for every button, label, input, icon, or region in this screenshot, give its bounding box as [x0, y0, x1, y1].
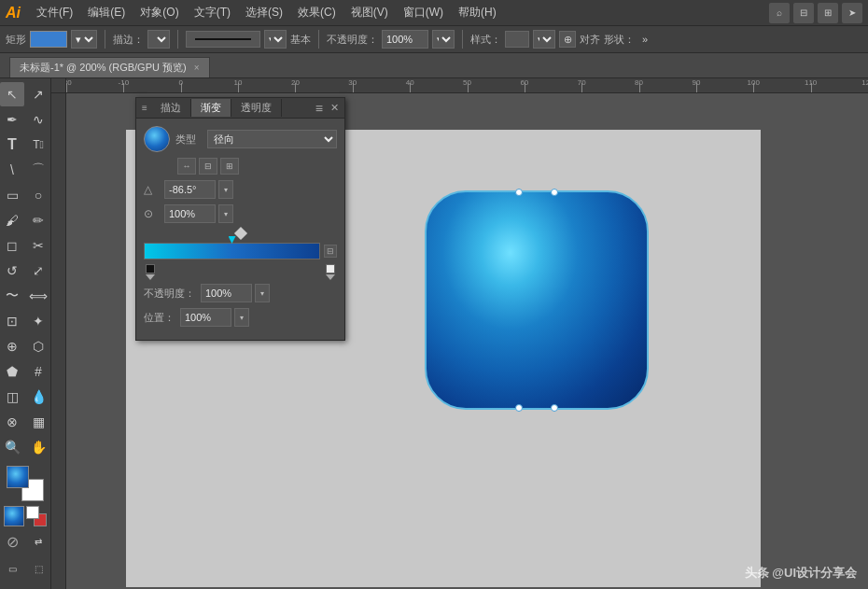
- stroke-swatch[interactable]: [26, 506, 47, 526]
- gradient-swatch[interactable]: [4, 506, 24, 526]
- swap-colors[interactable]: ⇄: [26, 529, 50, 554]
- stroke-preview[interactable]: [186, 31, 260, 48]
- area-type-tool[interactable]: T⃝: [26, 133, 50, 157]
- foreground-color-swatch[interactable]: [7, 466, 29, 488]
- angle-input[interactable]: [164, 180, 216, 199]
- arrow-icon[interactable]: ➤: [842, 3, 862, 23]
- menu-window[interactable]: 窗口(W): [397, 3, 450, 22]
- scale-input[interactable]: [164, 204, 216, 223]
- menu-effect[interactable]: 效果(C): [291, 3, 343, 22]
- gradient-preview[interactable]: [144, 126, 170, 152]
- type-tool[interactable]: T: [0, 133, 24, 157]
- shape-builder-tool[interactable]: ⊕: [0, 334, 24, 358]
- position-input[interactable]: [180, 308, 231, 327]
- eyedropper-tool[interactable]: 💧: [26, 385, 50, 409]
- panel-move-handle[interactable]: ≡: [142, 103, 147, 113]
- more-options-icon[interactable]: »: [638, 31, 651, 48]
- hand-tool[interactable]: ✋: [26, 435, 50, 459]
- tool-row-6: 🖌 ✏: [0, 208, 50, 232]
- style-select[interactable]: ▾: [533, 30, 555, 49]
- tool-row-1: ↖ ↗: [0, 82, 50, 106]
- warp-tool[interactable]: 〜: [0, 284, 24, 308]
- document-tab[interactable]: 未标题-1* @ 200% (RGB/GPU 预览) ×: [9, 57, 210, 77]
- perspective-tool[interactable]: ⬟: [0, 359, 24, 384]
- tool-row-2: ✒ ∿: [0, 107, 50, 132]
- curvature-tool[interactable]: ∿: [26, 107, 50, 132]
- zoom-tool[interactable]: 🔍: [0, 435, 24, 459]
- arc-tool[interactable]: ⌒: [26, 158, 50, 182]
- menu-text[interactable]: 文字(T): [188, 3, 237, 22]
- mesh-tool[interactable]: #: [26, 359, 50, 384]
- stroke-spinbox[interactable]: ⬆: [147, 30, 170, 49]
- angle-input-row: ▾: [164, 180, 233, 199]
- stroke-style-select[interactable]: ▾: [264, 30, 287, 49]
- pen-tool[interactable]: ✒: [0, 107, 24, 132]
- sep2: [177, 30, 178, 49]
- edit-options-btn[interactable]: ⊞: [220, 158, 239, 175]
- rotate-tool[interactable]: ↺: [0, 259, 24, 283]
- color-stop-left[interactable]: [146, 264, 155, 280]
- panel-menu-icon[interactable]: ≡: [315, 101, 323, 116]
- canvas-area: -20-100102030405060708090100110120: [51, 78, 868, 589]
- stroke-select[interactable]: ▾: [71, 30, 97, 49]
- blend-tool[interactable]: ⊗: [0, 410, 24, 434]
- gradient-tool[interactable]: ◫: [0, 385, 24, 409]
- pencil-tool[interactable]: ✏: [26, 208, 50, 232]
- opacity-input[interactable]: [382, 30, 428, 49]
- normal-screen-mode[interactable]: ▭: [0, 556, 24, 581]
- scale-arrow-btn[interactable]: ▾: [218, 204, 233, 223]
- menu-help[interactable]: 帮助(H): [452, 3, 503, 22]
- fill-color-swatch[interactable]: [30, 31, 67, 48]
- panel-body: 类型 径向 线性 ↔ ⊟ ⊞ △ ▾: [136, 119, 344, 340]
- search-icon[interactable]: ⌕: [769, 3, 790, 23]
- gradient-type-select[interactable]: 径向 线性: [207, 130, 337, 148]
- highlight-handle[interactable]: [233, 227, 246, 240]
- color-stop-right[interactable]: [326, 264, 335, 280]
- bar-chart-tool[interactable]: ▦: [26, 410, 50, 434]
- tab-close-button[interactable]: ×: [194, 63, 200, 73]
- main-area: ↖ ↗ ✒ ∿ T T⃝ \ ⌒ ▭ ○ 🖌 ✏ ◻ ✂ ↺ ⤢: [0, 78, 868, 589]
- width-tool[interactable]: ⟺: [26, 284, 50, 308]
- opacity-input[interactable]: [201, 284, 252, 302]
- position-input-row: ▾: [180, 308, 249, 327]
- panel-close-icon[interactable]: ✕: [330, 102, 339, 114]
- tab-stroke[interactable]: 描边: [151, 99, 191, 117]
- direct-select-tool[interactable]: ↗: [26, 82, 50, 106]
- style-swatch[interactable]: [505, 31, 529, 48]
- rect-tool[interactable]: ▭: [0, 183, 24, 207]
- scissors-tool[interactable]: ✂: [26, 233, 50, 258]
- paintbrush-tool[interactable]: 🖌: [0, 208, 24, 232]
- opacity-select[interactable]: ▾: [432, 30, 455, 49]
- angle-arrow-btn[interactable]: ▾: [218, 180, 233, 199]
- menu-view[interactable]: 视图(V): [344, 3, 395, 22]
- free-transform-tool[interactable]: ⊡: [0, 309, 24, 333]
- gradient-bar-menu[interactable]: ⊟: [324, 245, 337, 258]
- ellipse-tool[interactable]: ○: [26, 183, 50, 207]
- gradient-handle-mid[interactable]: [229, 236, 236, 244]
- menu-object[interactable]: 对象(O): [133, 3, 185, 22]
- scale-tool[interactable]: ⤢: [26, 259, 50, 283]
- select-tool[interactable]: ↖: [0, 82, 24, 106]
- full-screen-mode[interactable]: ⬚: [26, 556, 50, 581]
- position-arrow-btn[interactable]: ▾: [234, 308, 249, 327]
- puppet-warp-tool[interactable]: ✦: [26, 309, 50, 333]
- menu-select[interactable]: 选择(S): [239, 3, 289, 22]
- line-tool[interactable]: \: [0, 158, 24, 182]
- none-swatch[interactable]: ⊘: [0, 529, 24, 554]
- arrange-icon[interactable]: ⊟: [793, 3, 814, 23]
- gradient-bar[interactable]: [144, 243, 320, 259]
- reverse-gradient-btn[interactable]: ↔: [177, 158, 196, 175]
- tab-transparency[interactable]: 透明度: [231, 99, 282, 117]
- menu-file[interactable]: 文件(F): [30, 3, 79, 22]
- earth-icon[interactable]: ⊕: [559, 31, 576, 48]
- sep3: [318, 30, 319, 49]
- menu-edit[interactable]: 编辑(E): [81, 3, 132, 22]
- opacity-input-row: ▾: [201, 284, 270, 302]
- opacity-arrow-btn[interactable]: ▾: [255, 284, 270, 302]
- eraser-tool[interactable]: ◻: [0, 233, 24, 258]
- live-paint-tool[interactable]: ⬡: [26, 334, 50, 358]
- app-icon[interactable]: [425, 190, 649, 410]
- mirror-gradient-btn[interactable]: ⊟: [199, 158, 217, 175]
- grid-icon[interactable]: ⊞: [818, 3, 838, 23]
- tab-gradient[interactable]: 渐变: [191, 99, 231, 117]
